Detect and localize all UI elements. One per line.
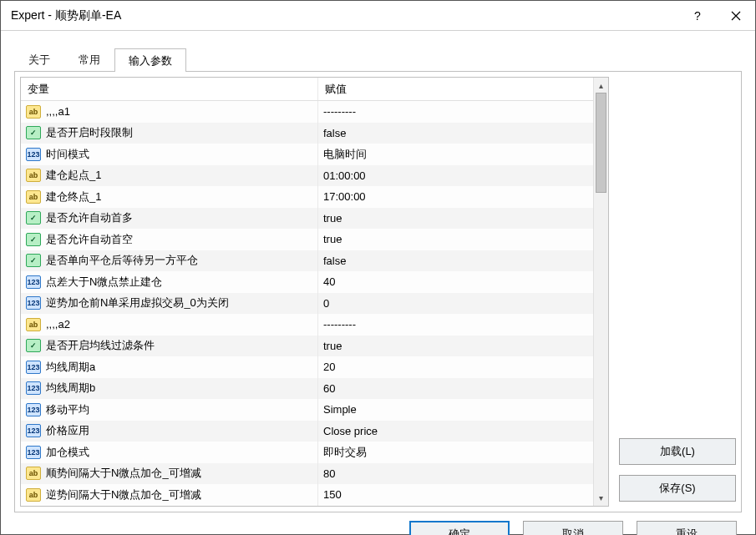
param-value-cell[interactable]: --------- xyxy=(317,101,608,123)
table-header: 变量 赋值 xyxy=(21,78,608,101)
scroll-down-arrow-icon[interactable]: ▾ xyxy=(594,491,608,506)
param-name-cell: 123均线周期b xyxy=(21,378,317,400)
param-name-cell: ✓是否开启均线过滤条件 xyxy=(21,336,317,357)
scroll-thumb[interactable] xyxy=(596,93,606,193)
tab-2[interactable]: 输入参数 xyxy=(114,48,186,72)
dialog-window: Expert - 顺势刷单-EA ? 关于常用输入参数 变量 赋值 ab,,,,… xyxy=(0,0,756,535)
param-name-cell: 123均线周期a xyxy=(21,356,317,378)
load-button[interactable]: 加载(L) xyxy=(619,438,736,465)
string-type-icon: ab xyxy=(26,488,41,502)
param-value-cell[interactable]: true xyxy=(317,208,608,230)
boolean-type-icon: ✓ xyxy=(26,211,41,225)
boolean-type-icon: ✓ xyxy=(26,126,41,139)
param-name: 逆势加仓前N单采用虚拟交易_0为关闭 xyxy=(46,295,229,310)
save-button[interactable]: 保存(S) xyxy=(619,475,736,502)
table-row[interactable]: 123逆势加仓前N单采用虚拟交易_0为关闭0 xyxy=(21,293,608,315)
param-name-cell: 123加仓模式 xyxy=(21,442,317,463)
param-name: 建仓终点_1 xyxy=(46,189,101,204)
string-type-icon: ab xyxy=(26,318,41,331)
table-row[interactable]: 123均线周期a20 xyxy=(21,356,608,378)
table-row[interactable]: 123价格应用Close price xyxy=(21,421,608,442)
param-name: 价格应用 xyxy=(46,423,89,438)
tabs-strip: 关于常用输入参数 xyxy=(14,48,742,71)
param-name-cell: ab建仓起点_1 xyxy=(21,165,317,187)
integer-type-icon: 123 xyxy=(26,148,41,161)
integer-type-icon: 123 xyxy=(26,424,41,437)
param-value-cell[interactable]: Simple xyxy=(317,399,608,421)
table-row[interactable]: 123移动平均Simple xyxy=(21,399,608,421)
table-row[interactable]: 123加仓模式即时交易 xyxy=(21,442,608,463)
table-row[interactable]: ab,,,,a1--------- xyxy=(21,101,608,123)
side-button-column: 加载(L) 保存(S) xyxy=(619,77,736,507)
tab-0[interactable]: 关于 xyxy=(14,48,64,71)
reset-button[interactable]: 重设 xyxy=(637,521,737,536)
param-value-cell[interactable]: 电脑时间 xyxy=(317,144,608,165)
table-row[interactable]: 123均线周期b60 xyxy=(21,378,608,400)
scroll-track[interactable] xyxy=(594,93,608,491)
table-row[interactable]: ✓是否开启时段限制false xyxy=(21,123,608,144)
param-name: 顺势间隔大于N微点加仓_可增减 xyxy=(46,466,201,481)
table-row[interactable]: ✓是否单向平仓后等待另一方平仓false xyxy=(21,250,608,272)
integer-type-icon: 123 xyxy=(26,275,41,289)
boolean-type-icon: ✓ xyxy=(26,233,41,246)
param-value-cell[interactable]: 01:00:00 xyxy=(317,165,608,187)
param-value-cell[interactable]: 40 xyxy=(317,271,608,293)
header-name[interactable]: 变量 xyxy=(21,78,317,100)
vertical-scrollbar[interactable]: ▴ ▾ xyxy=(593,78,608,506)
param-value-cell[interactable]: false xyxy=(317,250,608,272)
param-name: 时间模式 xyxy=(46,147,89,162)
table-body: ab,,,,a1---------✓是否开启时段限制false123时间模式电脑… xyxy=(21,101,608,506)
param-name-cell: 123移动平均 xyxy=(21,399,317,421)
param-name-cell: ✓是否单向平仓后等待另一方平仓 xyxy=(21,250,317,272)
title-bar: Expert - 顺势刷单-EA ? xyxy=(1,1,755,31)
table-row[interactable]: ✓是否允许自动首空true xyxy=(21,229,608,250)
param-value-cell[interactable]: 80 xyxy=(317,463,608,485)
ok-button[interactable]: 确定 xyxy=(409,521,510,536)
param-name: 是否允许自动首空 xyxy=(46,232,133,247)
param-value-cell[interactable]: true xyxy=(317,336,608,357)
table-row[interactable]: ab,,,,a2--------- xyxy=(21,314,608,336)
table-row[interactable]: ✓是否开启均线过滤条件true xyxy=(21,336,608,357)
param-name: 是否单向平仓后等待另一方平仓 xyxy=(46,253,198,268)
param-name: 点差大于N微点禁止建仓 xyxy=(46,275,162,290)
param-value-cell[interactable]: 60 xyxy=(317,378,608,400)
scroll-up-arrow-icon[interactable]: ▴ xyxy=(594,78,608,93)
param-value-cell[interactable]: false xyxy=(317,123,608,144)
dialog-button-row: 确定 取消 重设 xyxy=(14,512,742,536)
integer-type-icon: 123 xyxy=(26,446,41,459)
integer-type-icon: 123 xyxy=(26,296,41,310)
param-name: 是否开启时段限制 xyxy=(46,125,133,140)
param-name-cell: 123逆势加仓前N单采用虚拟交易_0为关闭 xyxy=(21,293,317,315)
param-value-cell[interactable]: true xyxy=(317,229,608,250)
table-row[interactable]: ab逆势间隔大于N微点加仓_可增减150 xyxy=(21,484,608,506)
param-value-cell[interactable]: 即时交易 xyxy=(317,442,608,463)
table-row[interactable]: 123点差大于N微点禁止建仓40 xyxy=(21,271,608,293)
param-name-cell: ab顺势间隔大于N微点加仓_可增减 xyxy=(21,463,317,485)
table-row[interactable]: ab建仓起点_101:00:00 xyxy=(21,165,608,187)
tab-1[interactable]: 常用 xyxy=(64,48,114,71)
help-icon: ? xyxy=(694,9,701,23)
table-row[interactable]: ab顺势间隔大于N微点加仓_可增减80 xyxy=(21,463,608,485)
integer-type-icon: 123 xyxy=(26,403,41,416)
header-value[interactable]: 赋值 xyxy=(317,78,608,100)
param-value-cell[interactable]: --------- xyxy=(317,314,608,336)
param-name-cell: ab逆势间隔大于N微点加仓_可增减 xyxy=(21,484,317,506)
param-value-cell[interactable]: 0 xyxy=(317,293,608,315)
help-button[interactable]: ? xyxy=(678,1,717,31)
param-name: ,,,,a1 xyxy=(46,105,70,118)
string-type-icon: ab xyxy=(26,467,41,480)
param-name: 是否允许自动首多 xyxy=(46,210,133,225)
string-type-icon: ab xyxy=(26,190,41,204)
param-value-cell[interactable]: Close price xyxy=(317,421,608,442)
cancel-button[interactable]: 取消 xyxy=(523,521,623,536)
close-button[interactable] xyxy=(717,1,755,31)
window-title: Expert - 顺势刷单-EA xyxy=(11,8,678,23)
table-row[interactable]: ab建仓终点_117:00:00 xyxy=(21,186,608,208)
table-row[interactable]: 123时间模式电脑时间 xyxy=(21,144,608,165)
param-value-cell[interactable]: 150 xyxy=(317,484,608,506)
close-icon xyxy=(731,11,741,21)
param-value-cell[interactable]: 17:00:00 xyxy=(317,186,608,208)
param-value-cell[interactable]: 20 xyxy=(317,356,608,378)
string-type-icon: ab xyxy=(26,169,41,182)
table-row[interactable]: ✓是否允许自动首多true xyxy=(21,208,608,230)
